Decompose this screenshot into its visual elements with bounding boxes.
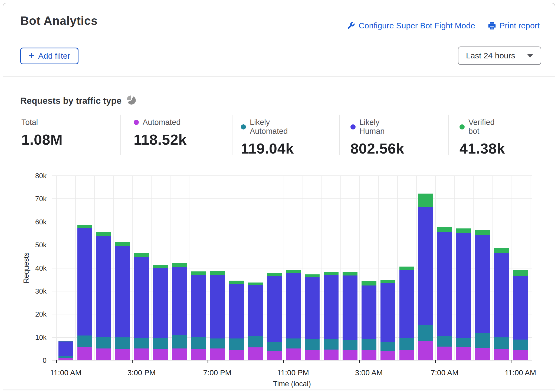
bar-segment-verified-bot[interactable] (77, 225, 92, 228)
bar-segment-likely-automated[interactable] (324, 339, 339, 350)
bar-segment-likely-automated[interactable] (229, 338, 244, 350)
bar-segment-automated[interactable] (324, 350, 339, 360)
bar-segment-automated[interactable] (305, 350, 320, 360)
bar-segment-verified-bot[interactable] (248, 283, 263, 285)
bar-segment-automated[interactable] (248, 347, 263, 360)
bar-segment-automated[interactable] (437, 347, 452, 360)
bar-segment-automated[interactable] (456, 347, 471, 360)
bar-segment-likely-automated[interactable] (115, 337, 130, 349)
bar-segment-automated[interactable] (362, 350, 376, 360)
bar-segment-automated[interactable] (153, 349, 168, 360)
bar-segment-automated[interactable] (380, 351, 395, 360)
bar-segment-verified-bot[interactable] (96, 232, 111, 236)
bar-segment-verified-bot[interactable] (362, 281, 376, 285)
bar-segment-likely-human[interactable] (305, 277, 320, 339)
bar-segment-automated[interactable] (77, 347, 92, 360)
bar-segment-automated[interactable] (475, 348, 490, 360)
bar-segment-automated[interactable] (267, 351, 282, 360)
bar-segment-likely-human[interactable] (437, 232, 452, 336)
bar-segment-likely-automated[interactable] (380, 342, 395, 351)
bar-segment-likely-automated[interactable] (191, 337, 206, 349)
bar-segment-verified-bot[interactable] (229, 281, 244, 284)
bar-segment-automated[interactable] (494, 349, 509, 360)
bar-segment-verified-bot[interactable] (494, 248, 509, 253)
bar-segment-verified-bot[interactable] (58, 341, 73, 341)
bar-segment-verified-bot[interactable] (134, 253, 149, 257)
bar-segment-verified-bot[interactable] (437, 227, 452, 232)
bar-segment-verified-bot[interactable] (343, 272, 357, 275)
bar-segment-verified-bot[interactable] (172, 263, 187, 267)
bar-segment-automated[interactable] (115, 349, 130, 360)
bar-segment-automated[interactable] (343, 350, 357, 360)
bar-segment-likely-human[interactable] (267, 276, 282, 342)
bar-segment-likely-automated[interactable] (513, 340, 528, 350)
bar-segment-likely-automated[interactable] (362, 339, 376, 350)
bar-segment-automated[interactable] (191, 349, 206, 360)
bar-segment-likely-automated[interactable] (437, 336, 452, 346)
bar-segment-verified-bot[interactable] (191, 271, 206, 275)
bar-segment-likely-automated[interactable] (267, 342, 282, 351)
bar-segment-automated[interactable] (286, 348, 301, 360)
bar-segment-likely-automated[interactable] (418, 325, 433, 341)
bar-segment-verified-bot[interactable] (324, 272, 339, 275)
bar-segment-likely-automated[interactable] (96, 337, 111, 349)
bar-segment-automated[interactable] (513, 350, 528, 360)
bar-segment-likely-human[interactable] (513, 276, 528, 340)
bar-segment-likely-human[interactable] (324, 275, 339, 339)
bar-segment-likely-automated[interactable] (77, 335, 92, 347)
bar-segment-likely-human[interactable] (115, 246, 130, 337)
bar-segment-likely-automated[interactable] (286, 338, 301, 349)
bar-segment-likely-human[interactable] (172, 267, 187, 335)
bar-segment-likely-human[interactable] (286, 273, 301, 338)
bar-segment-verified-bot[interactable] (267, 273, 282, 276)
bar-segment-likely-automated[interactable] (399, 338, 414, 350)
bar-segment-likely-human[interactable] (210, 275, 225, 338)
bar-segment-likely-automated[interactable] (248, 336, 263, 348)
bar-segment-likely-human[interactable] (399, 270, 414, 338)
bar-segment-likely-automated[interactable] (494, 337, 509, 349)
bar-segment-likely-human[interactable] (58, 341, 73, 356)
bar-segment-likely-human[interactable] (494, 253, 509, 337)
bar-segment-likely-human[interactable] (248, 285, 263, 336)
bar-segment-verified-bot[interactable] (305, 274, 320, 277)
bar-segment-automated[interactable] (172, 348, 187, 360)
bar-segment-automated[interactable] (134, 348, 149, 360)
bar-segment-likely-automated[interactable] (210, 338, 225, 348)
bar-segment-automated[interactable] (229, 350, 244, 360)
bar-segment-verified-bot[interactable] (418, 194, 433, 207)
bar-segment-likely-automated[interactable] (343, 340, 357, 350)
bar-segment-automated[interactable] (58, 358, 73, 360)
bar-segment-likely-automated[interactable] (172, 335, 187, 348)
bar-segment-likely-human[interactable] (191, 275, 206, 337)
bar-segment-automated[interactable] (399, 350, 414, 360)
bar-segment-likely-automated[interactable] (475, 333, 490, 348)
bar-segment-verified-bot[interactable] (475, 230, 490, 235)
bar-segment-likely-human[interactable] (229, 284, 244, 338)
bar-segment-verified-bot[interactable] (210, 271, 225, 275)
bar-segment-likely-human[interactable] (134, 257, 149, 338)
bar-segment-likely-human[interactable] (77, 228, 92, 335)
bar-segment-verified-bot[interactable] (456, 228, 471, 233)
bar-segment-likely-human[interactable] (96, 236, 111, 337)
bar-segment-likely-human[interactable] (380, 283, 395, 342)
bar-segment-automated[interactable] (96, 348, 111, 360)
bar-segment-likely-human[interactable] (343, 275, 357, 340)
bar-segment-likely-human[interactable] (362, 285, 376, 339)
bar-segment-verified-bot[interactable] (513, 270, 528, 276)
bar-segment-verified-bot[interactable] (286, 270, 301, 273)
bar-segment-likely-automated[interactable] (134, 338, 149, 348)
bar-segment-likely-human[interactable] (153, 268, 168, 338)
bar-segment-automated[interactable] (418, 341, 433, 360)
bar-segment-automated[interactable] (210, 348, 225, 360)
bar-segment-likely-automated[interactable] (58, 356, 73, 358)
bar-segment-likely-automated[interactable] (153, 338, 168, 349)
bar-segment-verified-bot[interactable] (380, 280, 395, 283)
bar-segment-likely-automated[interactable] (456, 338, 471, 347)
bar-segment-verified-bot[interactable] (153, 265, 168, 268)
bar-segment-likely-human[interactable] (418, 207, 433, 324)
bar-segment-likely-human[interactable] (456, 233, 471, 338)
bar-segment-verified-bot[interactable] (399, 267, 414, 270)
bar-segment-likely-human[interactable] (475, 235, 490, 334)
bar-segment-verified-bot[interactable] (115, 242, 130, 246)
bar-segment-likely-automated[interactable] (305, 339, 320, 350)
